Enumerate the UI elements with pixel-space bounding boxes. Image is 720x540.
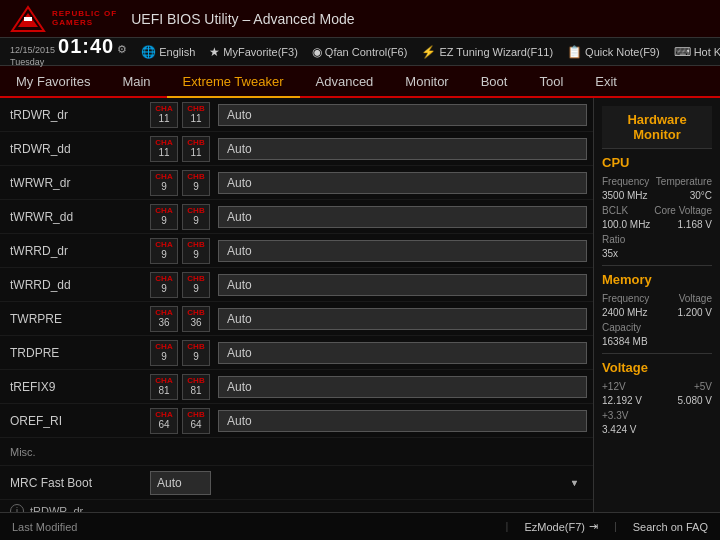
- param-value[interactable]: Auto: [218, 410, 587, 432]
- cha-chb-group: CHA 64 CHB 64: [150, 408, 210, 434]
- cha-chb-group: CHA 11 CHB 11: [150, 102, 210, 128]
- header-bar: REPUBLIC OF GAMERS UEFI BIOS Utility – A…: [0, 0, 720, 38]
- table-row: tRDWR_dd CHA 11 CHB 11 Auto: [0, 132, 593, 166]
- nav-monitor[interactable]: Monitor: [389, 66, 464, 96]
- core-voltage-value: 1.168 V: [678, 219, 712, 230]
- nav-main[interactable]: Main: [106, 66, 166, 96]
- cha-box: CHA 81: [150, 374, 178, 400]
- cha-box: CHA 11: [150, 136, 178, 162]
- v12-label: +12V: [602, 381, 626, 392]
- nav-my-favorites[interactable]: My Favorites: [0, 66, 106, 96]
- time-settings-icon[interactable]: ⚙: [117, 43, 127, 56]
- nav-boot[interactable]: Boot: [465, 66, 524, 96]
- bios-title: UEFI BIOS Utility – Advanced Mode: [131, 11, 710, 27]
- cha-box: CHA 9: [150, 272, 178, 298]
- cpu-title: CPU: [602, 155, 712, 170]
- param-name: tRDWR_dr: [10, 108, 150, 122]
- content-area: tRDWR_dr CHA 11 CHB 11 Auto tRDWR_dd: [0, 98, 720, 512]
- param-name: tWRWR_dd: [10, 210, 150, 224]
- cha-box: CHA 64: [150, 408, 178, 434]
- info-icon: i: [10, 504, 24, 512]
- select-wrapper: Auto Enabled Disabled ▼: [150, 471, 587, 495]
- param-value[interactable]: Auto: [218, 274, 587, 296]
- ez-mode-button[interactable]: EzMode(F7) ⇥: [524, 520, 598, 533]
- nav-extreme-tweaker[interactable]: Extreme Tweaker: [167, 66, 300, 98]
- voltage-section: Voltage +12V +5V 12.192 V 5.080 V +3.3V …: [602, 360, 712, 435]
- cha-chb-group: CHA 11 CHB 11: [150, 136, 210, 162]
- voltage-title: Voltage: [602, 360, 712, 375]
- mem-cap-row: Capacity: [602, 322, 712, 333]
- section-label-text: Misc.: [10, 446, 36, 458]
- capacity-value: 16384 MB: [602, 336, 648, 347]
- quick-note-button[interactable]: 📋 Quick Note(F9): [567, 45, 660, 59]
- v33-row: +3.3V: [602, 410, 712, 421]
- param-name: TRDPRE: [10, 346, 150, 360]
- param-value[interactable]: Auto: [218, 138, 587, 160]
- table-row: MRC Fast Boot Auto Enabled Disabled ▼: [0, 466, 593, 500]
- time-display: 01:40: [58, 35, 114, 58]
- ez-mode-label: EzMode(F7): [524, 521, 585, 533]
- cha-chb-group: CHA 9 CHB 9: [150, 204, 210, 230]
- mem-voltage-label: Voltage: [679, 293, 712, 304]
- cpu-temp-value: 30°C: [690, 190, 712, 201]
- footer: Last Modified | EzMode(F7) ⇥ | Search on…: [0, 512, 720, 540]
- chb-box: CHB 9: [182, 340, 210, 366]
- qfan-icon: ◉: [312, 45, 322, 59]
- nav-tool[interactable]: Tool: [523, 66, 579, 96]
- mrc-fast-boot-select[interactable]: Auto Enabled Disabled: [150, 471, 211, 495]
- info-bar: 12/15/2015 Tuesday 01:40 ⚙ 🌐 English ★ M…: [0, 38, 720, 66]
- cpu-bclk-val-row: 100.0 MHz 1.168 V: [602, 219, 712, 230]
- table-row: tREFIX9 CHA 81 CHB 81 Auto: [0, 370, 593, 404]
- cpu-freq-val-row: 3500 MHz 30°C: [602, 190, 712, 201]
- search-faq-button[interactable]: Search on FAQ: [633, 520, 708, 533]
- dropdown-arrow-icon: ▼: [570, 478, 579, 488]
- bclk-value: 100.0 MHz: [602, 219, 650, 230]
- cha-chb-group: CHA 9 CHB 9: [150, 272, 210, 298]
- table-row: tWRRD_dd CHA 9 CHB 9 Auto: [0, 268, 593, 302]
- last-modified-label: Last Modified: [12, 521, 77, 533]
- cpu-freq-label: Frequency: [602, 176, 649, 187]
- v12-value: 12.192 V: [602, 395, 642, 406]
- ratio-label: Ratio: [602, 234, 625, 245]
- cha-box: CHA 9: [150, 204, 178, 230]
- memory-section: Memory Frequency Voltage 2400 MHz 1.200 …: [602, 272, 712, 347]
- mem-freq-value: 2400 MHz: [602, 307, 648, 318]
- chb-box: CHB 81: [182, 374, 210, 400]
- param-name: MRC Fast Boot: [10, 476, 150, 490]
- chb-box: CHB 9: [182, 272, 210, 298]
- mem-voltage-value: 1.200 V: [678, 307, 712, 318]
- capacity-label: Capacity: [602, 322, 641, 333]
- param-value[interactable]: Auto: [218, 376, 587, 398]
- cpu-bclk-row: BCLK Core Voltage: [602, 205, 712, 216]
- qfan-button[interactable]: ◉ Qfan Control(F6): [312, 45, 408, 59]
- svg-rect-2: [24, 17, 32, 21]
- my-favorite-button[interactable]: ★ MyFavorite(F3): [209, 45, 298, 59]
- memory-title: Memory: [602, 272, 712, 287]
- v5-value: 5.080 V: [678, 395, 712, 406]
- nav-advanced[interactable]: Advanced: [300, 66, 390, 96]
- param-value[interactable]: Auto: [218, 240, 587, 262]
- table-row: tWRRD_dr CHA 9 CHB 9 Auto: [0, 234, 593, 268]
- cha-chb-group: CHA 9 CHB 9: [150, 238, 210, 264]
- ez-tuning-button[interactable]: ⚡ EZ Tuning Wizard(F11): [421, 45, 553, 59]
- chb-box: CHB 9: [182, 204, 210, 230]
- param-value[interactable]: Auto: [218, 308, 587, 330]
- param-value[interactable]: Auto: [218, 342, 587, 364]
- nav-exit[interactable]: Exit: [579, 66, 633, 96]
- params-list: tRDWR_dr CHA 11 CHB 11 Auto tRDWR_dd: [0, 98, 593, 512]
- param-value[interactable]: Auto: [218, 206, 587, 228]
- cpu-section: CPU Frequency Temperature 3500 MHz 30°C …: [602, 155, 712, 259]
- cha-box: CHA 36: [150, 306, 178, 332]
- language-button[interactable]: 🌐 English: [141, 45, 195, 59]
- cha-box: CHA 9: [150, 238, 178, 264]
- param-name: TWRPRE: [10, 312, 150, 326]
- mem-freq-row: Frequency Voltage: [602, 293, 712, 304]
- ez-tuning-icon: ⚡: [421, 45, 436, 59]
- rog-logo-icon: [10, 5, 46, 33]
- bclk-label: BCLK: [602, 205, 628, 216]
- quick-note-icon: 📋: [567, 45, 582, 59]
- hot-keys-button[interactable]: ⌨ Hot Keys: [674, 45, 720, 59]
- datetime-block: 12/15/2015 Tuesday 01:40 ⚙: [10, 35, 127, 68]
- param-value[interactable]: Auto: [218, 172, 587, 194]
- param-value[interactable]: Auto: [218, 104, 587, 126]
